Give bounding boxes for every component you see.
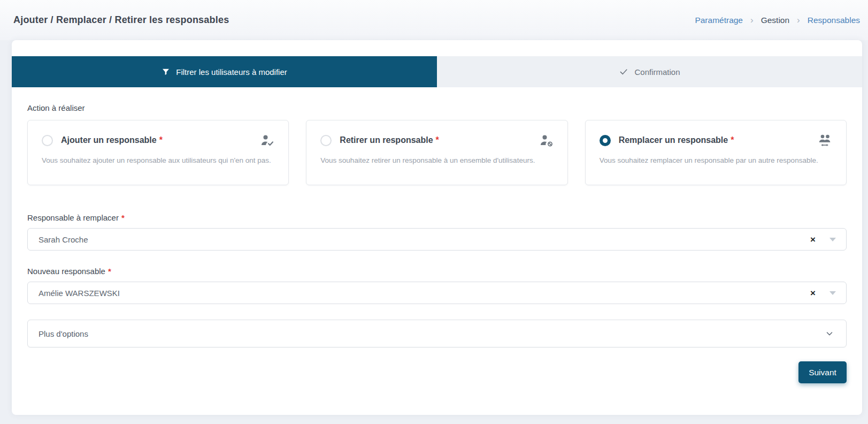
responsable-a-remplacer-select[interactable]: Sarah Croche × [27, 228, 847, 251]
action-card-remplacer[interactable]: Remplacer un responsable * [585, 120, 847, 185]
action-card-description: Vous souhaitez retirer un responsable à … [320, 156, 554, 164]
wizard-card: Filtrer les utilisateurs à modifier Conf… [12, 40, 862, 415]
action-card-description: Vous souhaitez remplacer un responsable … [600, 156, 833, 164]
page-header: Ajouter / Remplacer / Retirer les respon… [0, 0, 868, 40]
clear-icon[interactable]: × [808, 287, 818, 299]
field-label-nouveau-responsable: Nouveau responsable* [27, 267, 847, 276]
more-options-label: Plus d'options [39, 329, 88, 338]
breadcrumb-separator-icon: › [750, 16, 754, 25]
required-marker: * [108, 267, 111, 276]
wizard-content: Action à réaliser Ajouter un responsable… [12, 103, 862, 383]
more-options-toggle[interactable]: Plus d'options [27, 320, 847, 347]
radio-retirer[interactable] [320, 135, 332, 146]
action-cards: Ajouter un responsable * Vous souhaitez … [27, 120, 847, 185]
select-value: Sarah Croche [39, 235, 88, 244]
step-tabs: Filtrer les utilisateurs à modifier Conf… [12, 56, 862, 87]
person-remove-icon [540, 133, 555, 147]
breadcrumb-responsables[interactable]: Responsables [808, 16, 860, 25]
people-swap-icon [817, 133, 833, 147]
required-marker: * [121, 213, 125, 222]
nouveau-responsable-select[interactable]: Amélie WARSZEWSKI × [27, 282, 847, 304]
action-card-title: Retirer un responsable [340, 135, 433, 145]
tab-label: Confirmation [634, 67, 680, 77]
breadcrumb: Paramétrage › Gestion › Responsables [695, 16, 860, 25]
chevron-down-icon [825, 329, 834, 338]
field-label-text: Responsable à remplacer [27, 213, 119, 222]
clear-icon[interactable]: × [808, 234, 818, 245]
action-card-title: Remplacer un responsable [619, 135, 728, 145]
tab-confirmation[interactable]: Confirmation [437, 56, 862, 87]
breadcrumb-gestion[interactable]: Gestion [761, 16, 789, 25]
action-card-description: Vous souhaitez ajouter un responsable au… [42, 156, 275, 164]
person-check-icon [260, 133, 275, 147]
tab-label: Filtrer les utilisateurs à modifier [176, 67, 287, 77]
page-title: Ajouter / Remplacer / Retirer les respon… [13, 14, 229, 26]
radio-remplacer[interactable] [600, 135, 611, 146]
next-button[interactable]: Suivant [798, 361, 847, 383]
required-marker: * [731, 135, 734, 145]
breadcrumb-parametrage[interactable]: Paramétrage [695, 16, 743, 25]
action-card-title: Ajouter un responsable [61, 135, 157, 145]
field-label-responsable-a-remplacer: Responsable à remplacer* [27, 213, 847, 222]
select-value: Amélie WARSZEWSKI [39, 289, 120, 298]
action-card-ajouter[interactable]: Ajouter un responsable * Vous souhaitez … [27, 120, 289, 185]
required-marker: * [436, 135, 439, 145]
check-icon [619, 67, 628, 77]
actions-row: Suivant [27, 361, 847, 383]
filter-icon [162, 67, 170, 76]
tab-filter-users[interactable]: Filtrer les utilisateurs à modifier [12, 56, 437, 87]
page: Ajouter / Remplacer / Retirer les respon… [0, 0, 868, 424]
radio-ajouter[interactable] [42, 135, 53, 146]
action-card-retirer[interactable]: Retirer un responsable * [306, 120, 567, 185]
dropdown-caret-icon[interactable] [829, 291, 836, 295]
dropdown-caret-icon[interactable] [829, 238, 836, 241]
breadcrumb-separator-icon: › [797, 16, 800, 25]
field-label-text: Nouveau responsable [27, 267, 105, 276]
action-section-label: Action à réaliser [27, 103, 847, 112]
required-marker: * [159, 135, 163, 145]
